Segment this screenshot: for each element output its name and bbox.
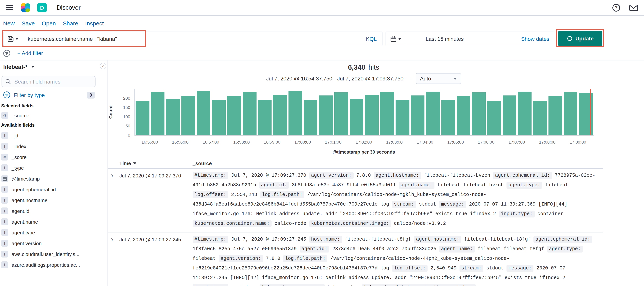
- kql-button[interactable]: KQL: [360, 36, 382, 42]
- nav-item-share[interactable]: Share: [63, 20, 78, 26]
- update-button[interactable]: Update: [558, 31, 602, 46]
- field-value: container: [537, 211, 563, 217]
- field-item[interactable]: tagent.version: [1, 238, 101, 249]
- histogram-bar[interactable]: [533, 101, 547, 135]
- y-axis-title: Count: [108, 105, 114, 119]
- histogram-bar[interactable]: [197, 91, 210, 135]
- hits-label: hits: [368, 63, 379, 71]
- doc-source-cell: @timestamp: Jul 7, 2020 @ 17:09:27.370 a…: [192, 171, 603, 229]
- field-item[interactable]: tagent.hostname: [1, 195, 101, 206]
- field-search-input[interactable]: [14, 78, 92, 85]
- index-pattern-selector[interactable]: filebeat-*: [3, 63, 34, 70]
- show-dates-button[interactable]: Show dates: [521, 36, 554, 42]
- histogram-bar[interactable]: [456, 96, 470, 135]
- histogram-bar[interactable]: [503, 96, 516, 135]
- saved-query-menu-button[interactable]: [4, 32, 23, 46]
- expand-row-icon[interactable]: ›: [108, 171, 120, 229]
- nav-item-inspect[interactable]: Inspect: [85, 20, 104, 26]
- histogram-bar[interactable]: [426, 91, 440, 135]
- nav-item-open[interactable]: Open: [42, 20, 56, 26]
- field-item[interactable]: tagent.ephemeral_id: [1, 184, 101, 195]
- histogram-bar[interactable]: [166, 99, 180, 135]
- field-name: aws.cloudtrail.user_identity.s...: [12, 251, 79, 257]
- histogram-bar[interactable]: [487, 101, 501, 135]
- page-title: Discover: [56, 4, 80, 11]
- discover-app-icon[interactable]: D: [37, 3, 46, 12]
- nav-menu: NewSaveOpenShareInspect: [3, 17, 104, 29]
- available-fields-list: t_idt_index#_scoret_type@timestamptagent…: [1, 130, 101, 270]
- field-item[interactable]: t_id: [1, 130, 101, 141]
- doc-timestamp: Jul 7, 2020 @ 17:09:27.370: [120, 171, 192, 229]
- x-tick-label: 17:05:00: [444, 140, 467, 144]
- filter-options-icon[interactable]: [3, 49, 10, 57]
- x-tick-label: 17:06:00: [474, 140, 498, 144]
- save-icon: [8, 36, 14, 42]
- refresh-icon: [567, 36, 572, 41]
- field-item[interactable]: t_type: [1, 162, 101, 173]
- histogram-bar[interactable]: [227, 96, 241, 135]
- histogram-bar[interactable]: [334, 92, 348, 135]
- histogram-bar[interactable]: [273, 95, 287, 135]
- calendar-menu-button[interactable]: [386, 32, 406, 46]
- field-key-badge: agent.name:: [439, 246, 475, 253]
- histogram-bar[interactable]: [472, 92, 486, 135]
- string-field-icon: t: [1, 164, 8, 171]
- histogram-bar[interactable]: [350, 99, 364, 135]
- field-value: filebeat-filebeat-bvzch: [424, 173, 490, 178]
- collapse-sidebar-button[interactable]: ‹: [100, 63, 106, 69]
- field-item[interactable]: @timestamp: [1, 173, 101, 184]
- histogram-bar[interactable]: [396, 100, 409, 135]
- histogram-bar[interactable]: [243, 92, 256, 135]
- x-tick-label: 17:04:00: [414, 140, 436, 144]
- field-item[interactable]: tagent.name: [1, 216, 101, 227]
- time-column-header[interactable]: Time: [120, 160, 192, 166]
- histogram-bar[interactable]: [548, 96, 562, 135]
- hits-summary: 6,340hits: [108, 63, 619, 72]
- nav-item-new[interactable]: New: [3, 20, 15, 26]
- histogram-bar[interactable]: [258, 100, 272, 135]
- histogram-bar[interactable]: [151, 92, 164, 135]
- field-item[interactable]: taws.cloudtrail.user_identity.s...: [1, 249, 101, 260]
- add-filter-button[interactable]: + Add filter: [17, 50, 43, 56]
- histogram-bar[interactable]: [564, 92, 577, 135]
- histogram-bar[interactable]: [319, 96, 333, 135]
- y-tick-label: 0: [128, 133, 130, 137]
- histogram-bar[interactable]: [182, 96, 195, 135]
- histogram-bar[interactable]: [380, 92, 394, 135]
- histogram-bar[interactable]: [288, 91, 302, 135]
- string-field-icon: t: [1, 208, 8, 214]
- histogram-bar[interactable]: [411, 96, 424, 135]
- menu-icon[interactable]: [6, 5, 13, 10]
- field-item[interactable]: #_score: [1, 152, 101, 162]
- histogram-bar[interactable]: [212, 100, 226, 135]
- field-item[interactable]: t_index: [1, 141, 101, 152]
- field-key-badge: kubernetes.namespace:: [260, 284, 324, 286]
- histogram-bar[interactable]: [365, 95, 378, 135]
- source-column-header: _source: [192, 160, 212, 166]
- histogram-bar[interactable]: [304, 100, 318, 135]
- time-range-value[interactable]: Last 15 minutes: [426, 36, 521, 42]
- string-field-icon: t: [1, 143, 8, 150]
- histogram-bar[interactable]: [136, 101, 149, 135]
- field-key-badge: kubernetes.labels.controller-revision-: [362, 284, 476, 286]
- help-icon[interactable]: ?: [612, 4, 620, 11]
- filter-by-type-button[interactable]: Filter by type 0: [3, 91, 95, 99]
- query-input[interactable]: [23, 36, 360, 42]
- field-name: _type: [12, 165, 24, 171]
- interval-select[interactable]: Auto: [416, 73, 461, 84]
- field-item[interactable]: tagent.id: [1, 206, 101, 216]
- field-item[interactable]: tazure.auditlogs.properties.ac...: [1, 260, 101, 270]
- chevron-down-icon: [398, 38, 401, 40]
- field-item[interactable]: tagent.type: [1, 227, 101, 238]
- string-field-icon: t: [1, 186, 8, 193]
- histogram-bar[interactable]: [442, 100, 455, 135]
- interval-value: Auto: [420, 75, 431, 82]
- field-key-badge: stream:: [459, 265, 484, 272]
- newsfeed-mail-icon[interactable]: [629, 4, 638, 11]
- histogram-bar[interactable]: [518, 91, 532, 135]
- nav-item-save[interactable]: Save: [22, 20, 35, 26]
- field-value: filebeat-filebeat-t8fgf: [478, 246, 544, 252]
- expand-row-icon[interactable]: ›: [108, 235, 120, 286]
- field-item[interactable]: {}_source: [1, 110, 101, 121]
- y-tick-label: 150: [123, 105, 130, 110]
